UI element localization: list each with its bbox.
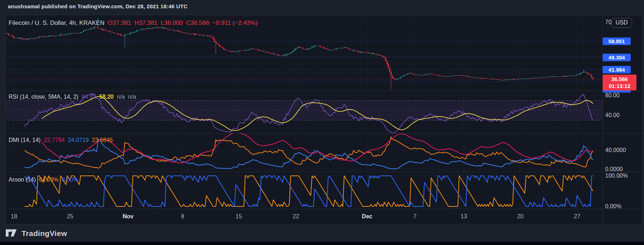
tradingview-logo-icon[interactable]: [6, 229, 18, 238]
time-axis-label: Nov: [123, 213, 133, 220]
time-axis-label: 20: [517, 213, 524, 220]
time-axis-label: 15: [236, 213, 242, 220]
chart-canvas[interactable]: [5, 15, 642, 224]
dmi-minus-di-value: 23.6846: [92, 137, 113, 143]
close-label: C: [186, 19, 190, 26]
currency-toggle-button[interactable]: USD: [611, 18, 632, 28]
time-axis-label: 22: [293, 213, 299, 220]
time-axis-label: 25: [67, 213, 73, 220]
low-value: 36.000: [164, 19, 183, 26]
aroon-up-value: 64.29%: [39, 177, 59, 183]
alert-price-chip[interactable]: 58.851: [603, 37, 631, 45]
rsi-lower-band-value: n/a: [128, 94, 136, 100]
time-axis-label: 27: [574, 213, 580, 220]
alert-price-chip[interactable]: 49.304: [603, 54, 631, 61]
dmi-title[interactable]: DMI (14, 14): [9, 137, 41, 143]
aroon-scale-label: 100.00%: [605, 173, 628, 179]
rsi-title[interactable]: RSI (14, close, SMA, 14, 2): [9, 94, 78, 100]
dmi-scale-label: 40.0000: [605, 147, 626, 153]
rsi-value: 44.33: [82, 94, 96, 100]
price-scale-top-label: 70: [605, 19, 612, 25]
current-price-value: 36.566: [611, 76, 628, 83]
aroon-scale-label: 0.00%: [605, 204, 621, 209]
current-price-chip: 36.56601:13:12: [603, 75, 636, 90]
symbol-title[interactable]: Filecoin / U. S. Dollar, 4h, KRAKEN: [9, 19, 104, 27]
rsi-ma-value: 58.20: [99, 94, 114, 100]
open-value: 37.381: [113, 19, 131, 26]
dmi-plus-di-value: 24.0719: [68, 137, 89, 143]
symbol-legend[interactable]: Filecoin / U. S. Dollar, 4h, KRAKEN O37.…: [9, 19, 257, 27]
time-axis-label: 18: [11, 213, 17, 220]
high-value: 37.381: [139, 19, 157, 26]
time-axis[interactable]: 1825Nov81522Dec7132027: [5, 209, 642, 224]
footer-bar: TradingView: [0, 224, 644, 242]
tradingview-snapshot-page: anushsamal published on TradingView.com,…: [0, 0, 644, 245]
aroon-legend[interactable]: Aroon (14) 64.29% 0.00%: [9, 177, 78, 183]
low-label: L: [161, 19, 164, 26]
time-axis-label: 7: [414, 213, 417, 220]
rsi-scale-label: 80.00: [605, 93, 620, 98]
alert-price-chip[interactable]: 41.984: [603, 66, 631, 74]
bar-countdown: 01:13:12: [609, 83, 630, 89]
close-value: 36.566: [191, 19, 209, 26]
rsi-legend[interactable]: RSI (14, close, SMA, 14, 2) 44.33 58.20 …: [9, 94, 136, 100]
aroon-title[interactable]: Aroon (14): [9, 177, 36, 183]
price-scale[interactable]: 70 USD 80.0040.0040.00000.0000100.00%0.0…: [603, 15, 642, 224]
time-axis-label: Dec: [362, 213, 372, 220]
dmi-adx-value: 22.7794: [44, 137, 65, 143]
change-value: −0.911 (−2.43%): [213, 19, 257, 27]
published-byline: anushsamal published on TradingView.com,…: [8, 3, 187, 9]
aroon-down-value: 0.00%: [62, 177, 78, 183]
high-label: H: [134, 19, 139, 26]
chart-frame: Filecoin / U. S. Dollar, 4h, KRAKEN O37.…: [5, 15, 642, 224]
dmi-scale-label: 0.0000: [605, 166, 623, 172]
time-axis-label: 13: [461, 213, 467, 220]
time-axis-label: 8: [181, 213, 184, 220]
rsi-upper-band-value: n/a: [117, 94, 125, 100]
rsi-scale-label: 40.00: [605, 112, 620, 118]
bottom-black-bar: [0, 242, 644, 245]
tradingview-wordmark[interactable]: TradingView: [22, 229, 67, 238]
dmi-legend[interactable]: DMI (14, 14) 22.7794 24.0719 23.6846: [9, 137, 113, 143]
open-label: O: [108, 19, 112, 26]
